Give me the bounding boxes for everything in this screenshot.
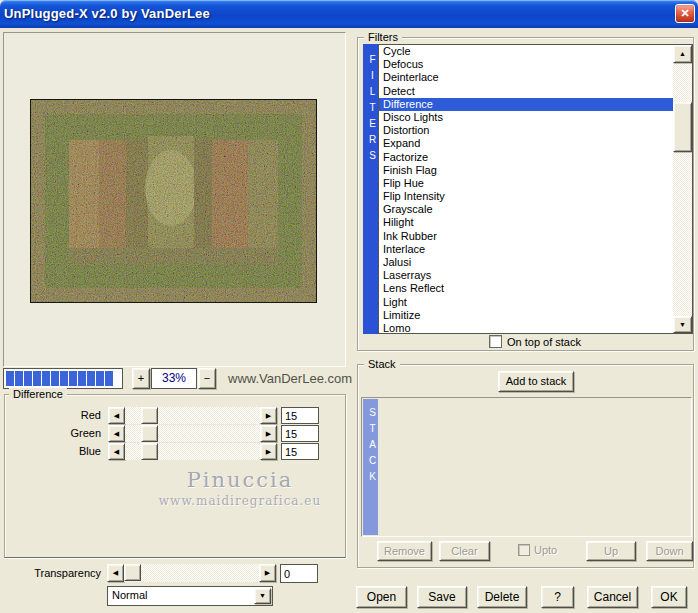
green-value-field[interactable] xyxy=(281,425,319,442)
close-icon: ✕ xyxy=(680,7,689,19)
red-slider-row: Red ◀ ▶ xyxy=(5,407,347,424)
red-label: Red xyxy=(31,407,101,424)
cancel-button[interactable]: Cancel xyxy=(587,586,638,608)
transparency-slider-left-button[interactable]: ◀ xyxy=(107,564,124,582)
left-arrow-icon: ◀ xyxy=(108,565,123,580)
filter-item[interactable]: Defocus xyxy=(379,58,673,71)
close-button[interactable]: ✕ xyxy=(675,4,695,23)
stack-side-label: STACK xyxy=(363,407,378,487)
scrollbar-down-button[interactable]: ▼ xyxy=(673,316,692,333)
green-slider-left-button[interactable]: ◀ xyxy=(108,425,125,442)
window-title: UnPlugged-X v2.0 by VanDerLee xyxy=(4,6,210,21)
on-top-of-stack-label: On top of stack xyxy=(507,336,581,348)
filter-item[interactable]: Finish Flag xyxy=(379,164,673,177)
up-button[interactable]: Up xyxy=(586,541,636,561)
blend-mode-dropdown[interactable]: Normal ▼ xyxy=(107,586,273,606)
filters-listbox: Cycle Defocus Deinterlace Detect Differe… xyxy=(378,44,693,334)
filter-item[interactable]: Interlace xyxy=(379,243,673,256)
green-slider-track[interactable] xyxy=(125,425,260,442)
filter-item[interactable]: Jalusi xyxy=(379,256,673,269)
titlebar[interactable]: UnPlugged-X v2.0 by VanDerLee ✕ xyxy=(0,0,698,28)
blue-slider-thumb[interactable] xyxy=(141,443,158,460)
save-button[interactable]: Save xyxy=(417,586,467,608)
zoom-out-button[interactable]: − xyxy=(198,368,216,389)
blue-slider-right-button[interactable]: ▶ xyxy=(260,443,277,460)
filter-item[interactable]: Flip Hue xyxy=(379,177,673,190)
blue-label: Blue xyxy=(31,443,101,460)
zoom-in-button[interactable]: + xyxy=(132,368,150,389)
blend-mode-value: Normal xyxy=(112,589,147,601)
red-slider-thumb[interactable] xyxy=(141,407,158,424)
filter-item[interactable]: Disco Lights xyxy=(379,111,673,124)
filter-item[interactable]: Detect xyxy=(379,85,673,98)
watermark-name: Pinuccia xyxy=(170,468,310,492)
filter-item[interactable]: Deinterlace xyxy=(379,71,673,84)
open-button[interactable]: Open xyxy=(356,586,407,608)
filter-item[interactable]: Distortion xyxy=(379,124,673,137)
filter-item[interactable]: Flip Intensity xyxy=(379,190,673,203)
red-value-field[interactable] xyxy=(281,407,319,424)
stack-side-bar: STACK xyxy=(363,399,378,535)
green-label: Green xyxy=(31,425,101,442)
right-arrow-icon: ▶ xyxy=(261,408,276,423)
upto-checkbox[interactable] xyxy=(518,544,530,556)
clear-button[interactable]: Clear xyxy=(439,541,490,561)
on-top-of-stack-checkbox[interactable] xyxy=(489,335,502,348)
filter-item[interactable]: Hilight xyxy=(379,216,673,229)
blend-mode-dropdown-button[interactable]: ▼ xyxy=(254,588,271,604)
blue-slider-track[interactable] xyxy=(125,443,260,460)
stack-list[interactable]: STACK xyxy=(361,397,692,537)
remove-button[interactable]: Remove xyxy=(377,541,432,561)
transparency-value-field[interactable] xyxy=(280,564,318,583)
red-slider-track[interactable] xyxy=(125,407,260,424)
filter-item[interactable]: Limitize xyxy=(379,309,673,322)
down-button[interactable]: Down xyxy=(646,541,693,561)
down-arrow-icon: ▼ xyxy=(674,317,691,332)
transparency-label: Transparency xyxy=(10,564,101,583)
green-slider-right-button[interactable]: ▶ xyxy=(260,425,277,442)
delete-button[interactable]: Delete xyxy=(477,586,527,608)
difference-group-label: Difference xyxy=(9,388,67,400)
dropdown-arrow-icon: ▼ xyxy=(255,589,270,603)
noisy-preview-graphic xyxy=(31,100,316,302)
filter-item-selected[interactable]: Difference xyxy=(379,98,673,111)
help-button[interactable]: ? xyxy=(541,586,574,608)
add-to-stack-button[interactable]: Add to stack xyxy=(498,371,574,392)
ok-button[interactable]: OK xyxy=(651,586,687,608)
filter-item[interactable]: Lomo xyxy=(379,322,673,333)
preview-image[interactable] xyxy=(30,99,317,303)
transparency-row: Transparency ◀ ▶ xyxy=(0,564,346,583)
red-slider-left-button[interactable]: ◀ xyxy=(108,407,125,424)
right-arrow-icon: ▶ xyxy=(261,426,276,441)
up-arrow-icon: ▲ xyxy=(674,46,691,62)
filter-item[interactable]: Ink Rubber xyxy=(379,230,673,243)
green-slider-row: Green ◀ ▶ xyxy=(5,425,347,442)
scrollbar-track[interactable] xyxy=(673,45,692,333)
red-slider-right-button[interactable]: ▶ xyxy=(260,407,277,424)
transparency-slider-thumb[interactable] xyxy=(124,564,141,581)
filters-side-bar: FILTERS xyxy=(363,44,378,334)
filter-item[interactable]: Expand xyxy=(379,137,673,150)
right-arrow-icon: ▶ xyxy=(261,444,276,459)
blue-value-field[interactable] xyxy=(281,443,319,460)
filters-scrollbar: ▲ ▼ xyxy=(673,45,692,333)
filter-item[interactable]: Laserrays xyxy=(379,269,673,282)
filters-group-label: Filters xyxy=(364,31,402,43)
filters-list: Cycle Defocus Deinterlace Detect Differe… xyxy=(379,45,673,333)
filter-item[interactable]: Lens Reflect xyxy=(379,282,673,295)
scrollbar-thumb[interactable] xyxy=(673,102,692,152)
blue-slider-left-button[interactable]: ◀ xyxy=(108,443,125,460)
filter-item[interactable]: Cycle xyxy=(379,45,673,58)
scrollbar-up-button[interactable]: ▲ xyxy=(673,45,692,63)
filter-item[interactable]: Light xyxy=(379,296,673,309)
unplugged-x-dialog: UnPlugged-X v2.0 by VanDerLee ✕ xyxy=(0,0,698,613)
transparency-slider-track[interactable] xyxy=(124,564,259,582)
blue-slider-row: Blue ◀ ▶ xyxy=(5,443,347,460)
transparency-slider-right-button[interactable]: ▶ xyxy=(259,564,276,582)
stack-group: Stack Add to stack STACK Remove Clear Up… xyxy=(357,364,694,568)
filter-item[interactable]: Grayscale xyxy=(379,203,673,216)
progress-bar xyxy=(3,368,123,389)
filter-item[interactable]: Factorize xyxy=(379,151,673,164)
green-slider-thumb[interactable] xyxy=(141,425,158,442)
left-arrow-icon: ◀ xyxy=(109,408,124,423)
